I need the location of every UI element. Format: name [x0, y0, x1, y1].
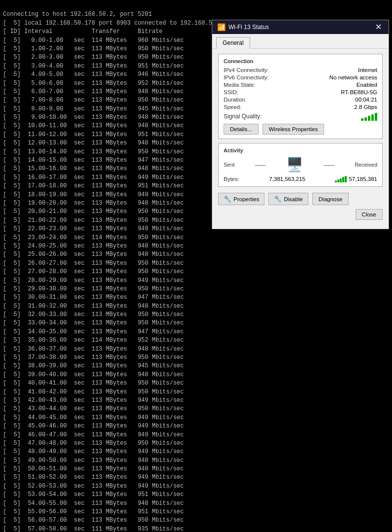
terminal-line: [ 5] 52.00-53.00 sec 113 MBytes 949 Mbit… — [3, 482, 389, 491]
terminal-line: [ 5] 53.00-54.00 sec 113 MBytes 951 Mbit… — [3, 491, 389, 499]
details-button[interactable]: Details... — [224, 124, 259, 135]
ipv4-label: IPv4 Connectivity: — [224, 67, 269, 73]
signal-bar-5 — [375, 113, 377, 121]
terminal-line: [ 5] 57.00-58.00 sec 111 MBytes 935 Mbit… — [3, 525, 389, 532]
ipv6-value: No network access — [329, 74, 377, 80]
terminal-line: [ 5] 25.00-26.00 sec 113 MBytes 948 Mbit… — [3, 250, 389, 259]
terminal-line: [ 5] 32.00-33.00 sec 113 MBytes 950 Mbit… — [3, 311, 389, 319]
terminal-line: [ 5] 56.00-57.00 sec 113 MBytes 950 Mbit… — [3, 516, 389, 525]
close-button[interactable]: Close — [356, 209, 383, 220]
received-label: Received — [355, 162, 377, 168]
speed-label: Speed: — [224, 104, 241, 110]
signal-bar-2 — [364, 117, 367, 121]
ssid-row: SSID: RT-BE88U-5G — [224, 89, 377, 95]
media-state-value: Enabled — [357, 82, 377, 88]
connection-buttons: Details... Wireless Properties — [224, 124, 377, 135]
dialog-title: Wi-Fi 13 Status — [229, 24, 269, 31]
signal-row: Signal Quality: — [224, 112, 377, 121]
ipv4-value: Internet — [358, 67, 377, 73]
terminal-line: [ 5] 27.00-28.00 sec 113 MBytes 950 Mbit… — [3, 268, 389, 276]
speed-row: Speed: 2.8 Gbps — [224, 104, 377, 110]
signal-bar-4 — [371, 114, 374, 121]
ipv4-row: IPv4 Connectivity: Internet — [224, 67, 377, 73]
terminal-line: [ 5] 54.00-55.00 sec 113 MBytes 948 Mbit… — [3, 499, 389, 508]
terminal-line: [ 5] 46.00-47.00 sec 113 MBytes 949 Mbit… — [3, 431, 389, 439]
activity-label: Activity — [224, 147, 377, 153]
disable-button[interactable]: 🔧 Disable — [268, 193, 308, 205]
terminal-line: [ 5] 24.00-25.00 sec 113 MBytes 948 Mbit… — [3, 242, 389, 250]
terminal-line: [ 5] 38.00-39.00 sec 113 MBytes 945 Mbit… — [3, 362, 389, 370]
close-icon[interactable]: ✕ — [373, 23, 384, 31]
properties-icon: 🔧 — [224, 195, 231, 203]
connection-label: Connection — [224, 58, 377, 64]
terminal-line: [ 5] 55.00-56.00 sec 113 MBytes 951 Mbit… — [3, 508, 389, 516]
duration-label: Duration: — [224, 97, 247, 103]
connection-section: Connection IPv4 Connectivity: Internet I… — [218, 54, 383, 139]
terminal-line: [ 5] 31.00-32.00 sec 113 MBytes 948 Mbit… — [3, 302, 389, 311]
properties-button[interactable]: 🔧 Properties — [218, 193, 264, 205]
wifi-icon: 📶 — [217, 23, 226, 31]
terminal-line: [ 5] 49.00-50.00 sec 113 MBytes 948 Mbit… — [3, 457, 389, 465]
bytes-recv-area: 57,185,381 — [335, 176, 377, 182]
terminal-line: [ 5] 37.00-38.00 sec 113 MBytes 950 Mbit… — [3, 354, 389, 362]
ipv6-row: IPv6 Connectivity: No network access — [224, 74, 377, 80]
close-row: Close — [218, 209, 383, 224]
terminal-line: [ 5] 28.00-29.00 sec 113 MBytes 949 Mbit… — [3, 277, 389, 285]
dialog-body: Connection IPv4 Connectivity: Internet I… — [212, 49, 389, 229]
sent-arrow: —— — [255, 162, 266, 168]
terminal-line: [ 5] 48.00-49.00 sec 113 MBytes 949 Mbit… — [3, 448, 389, 456]
signal-bar-3 — [368, 116, 370, 121]
recv-bar-3 — [340, 178, 342, 182]
disable-label: Disable — [284, 196, 302, 202]
recv-bar-4 — [342, 177, 344, 182]
terminal-line: [ 5] 36.00-37.00 sec 113 MBytes 948 Mbit… — [3, 345, 389, 354]
recv-bar-1 — [335, 180, 337, 182]
bottom-buttons: 🔧 Properties 🔧 Disable Diagnose — [218, 191, 383, 209]
recv-bars — [335, 176, 347, 182]
terminal-line: [ 5] 42.00-43.00 sec 113 MBytes 949 Mbit… — [3, 396, 389, 405]
activity-section: Activity Sent —— 🖥️ —— Received Bytes: 7… — [218, 143, 383, 187]
ssid-label: SSID: — [224, 89, 238, 95]
terminal-line: [ 5] 30.00-31.00 sec 113 MBytes 947 Mbit… — [3, 293, 389, 302]
terminal-line: [ 5] 23.00-24.00 sec 114 MBytes 950 Mbit… — [3, 234, 389, 242]
bytes-row: Bytes: 7,381,563,215 57,185,381 — [224, 176, 377, 182]
recv-arrow: —— — [324, 162, 334, 168]
diagnose-button[interactable]: Diagnose — [312, 193, 349, 205]
terminal-line: [ 5] 43.00-44.00 sec 113 MBytes 950 Mbit… — [3, 405, 389, 413]
terminal-line: [ 5] 40.00-41.00 sec 113 MBytes 950 Mbit… — [3, 379, 389, 388]
terminal-line: [ 5] 50.00-51.00 sec 113 MBytes 948 Mbit… — [3, 465, 389, 473]
terminal-line: [ 5] 33.00-34.00 sec 113 MBytes 950 Mbit… — [3, 319, 389, 327]
duration-value: 00:04:21 — [355, 97, 377, 103]
bytes-label: Bytes: — [224, 176, 239, 182]
terminal-line: [ 5] 51.00-52.00 sec 113 MBytes 949 Mbit… — [3, 473, 389, 482]
terminal-line: Connecting to host 192.168.50.2, port 52… — [3, 10, 389, 19]
disable-icon: 🔧 — [274, 195, 282, 203]
activity-header: Sent —— 🖥️ —— Received — [224, 156, 377, 173]
terminal-line: [ 5] 29.00-30.00 sec 113 MBytes 950 Mbit… — [3, 285, 389, 293]
signal-label: Signal Quality: — [224, 113, 261, 120]
terminal-line: [ 5] 47.00-48.00 sec 113 MBytes 950 Mbit… — [3, 439, 389, 448]
dialog-tabs: General — [212, 34, 389, 49]
properties-label: Properties — [233, 196, 259, 202]
terminal-line: [ 5] 35.00-36.00 sec 114 MBytes 952 Mbit… — [3, 336, 389, 345]
media-state-row: Media State: Enabled — [224, 82, 377, 88]
speed-value: 2.8 Gbps — [354, 104, 377, 110]
terminal-line: [ 5] 26.00-27.00 sec 113 MBytes 950 Mbit… — [3, 259, 389, 268]
dialog-titlebar: 📶 Wi-Fi 13 Status ✕ — [212, 20, 389, 34]
wifi-status-dialog: 📶 Wi-Fi 13 Status ✕ General Connection I… — [212, 20, 389, 229]
recv-bar-2 — [337, 179, 339, 182]
terminal-line: [ 5] 41.00-42.00 sec 113 MBytes 950 Mbit… — [3, 388, 389, 396]
sent-label: Sent — [224, 162, 235, 168]
terminal-line: [ 5] 34.00-35.00 sec 113 MBytes 947 Mbit… — [3, 328, 389, 336]
duration-row: Duration: 00:04:21 — [224, 97, 377, 103]
network-computer-icon: 🖥️ — [286, 156, 303, 173]
terminal-line: [ 5] 39.00-40.00 sec 113 MBytes 948 Mbit… — [3, 371, 389, 379]
wireless-properties-button[interactable]: Wireless Properties — [262, 124, 325, 135]
bytes-recv-value: 57,185,381 — [349, 176, 377, 182]
tab-general[interactable]: General — [216, 37, 250, 49]
ssid-value: RT-BE88U-5G — [341, 89, 377, 95]
signal-bars — [361, 112, 377, 121]
terminal-line: [ 5] 45.00-46.00 sec 113 MBytes 949 Mbit… — [3, 422, 389, 430]
signal-bar-1 — [361, 118, 363, 121]
media-state-label: Media State: — [224, 82, 256, 88]
